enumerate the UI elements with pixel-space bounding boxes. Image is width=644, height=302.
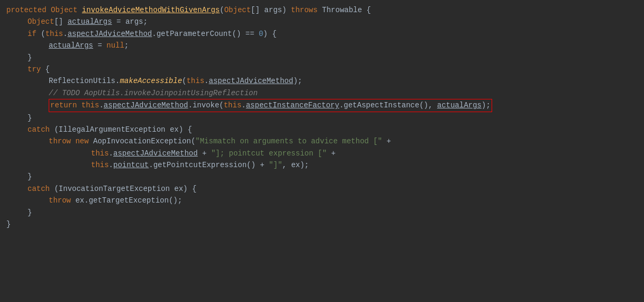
kw-null: null (106, 40, 124, 51)
paren15: ( (54, 183, 58, 195)
plus2-space (198, 148, 202, 159)
paren7: ( (219, 101, 223, 109)
semi2: ; (124, 40, 129, 51)
dot4: . (204, 75, 208, 87)
kw-throw2: throw (49, 195, 75, 206)
kw-this1: this (46, 28, 64, 40)
kw-catch1: catch (28, 124, 54, 135)
method-makeaccessible: makeAccessible (120, 75, 182, 87)
paren13: () (247, 159, 260, 171)
assign: = (112, 16, 125, 28)
dot10: . (109, 159, 113, 171)
keyword-throws: throws (291, 4, 322, 16)
method-gettargetexception: getTargetException (89, 195, 169, 206)
paren6: ); (293, 75, 302, 87)
type-illegalarg: IllegalArgumentException (59, 124, 170, 135)
code-line-7: ReflectionUtils.makeAccessible(this.aspe… (0, 75, 644, 87)
paren10: ( (54, 124, 58, 135)
assign2: = (93, 40, 106, 51)
code-line-13: this.aspectJAdviceMethod + "]; pointcut … (0, 148, 644, 159)
field-aspectjadvice2: aspectJAdviceMethod (208, 75, 293, 87)
brace2: } (28, 52, 32, 63)
var-ex2: ex (174, 183, 183, 195)
paren4: ) { (263, 28, 276, 40)
method-getaspectinstance: getAspectInstance (344, 101, 420, 109)
keyword-protected: protected (6, 4, 51, 16)
code-line-11: catch (IllegalArgumentException ex) { (0, 124, 644, 135)
code-line-16: catch (InvocationTargetException ex) { (0, 183, 644, 195)
dot8: . (339, 101, 343, 109)
dot12: . (84, 195, 88, 206)
paren5: ( (182, 75, 186, 87)
op-plus3: + (331, 148, 335, 159)
param-type-1: Object (224, 4, 251, 16)
str-bracket-close: "]" (269, 159, 282, 171)
code-line-1: protected Object invokeAdviceMethodWithG… (0, 4, 644, 16)
brace4: } (28, 112, 32, 124)
code-line-12: throw new AopInvocationException("Mismat… (0, 135, 644, 147)
brace5: } (28, 171, 32, 182)
kw-new1: new (75, 135, 93, 147)
code-line-8: // TODO AopUtils.invokeJoinpointUsingRef… (0, 87, 644, 99)
var-actualargs: actualArgs (68, 16, 112, 28)
class-aopinvexception: AopInvocationException (93, 135, 191, 147)
brace6: } (28, 207, 32, 218)
code-line-14: this.pointcut.getPointcutExpression() + … (0, 159, 644, 171)
code-line-3: if (this.aspectJAdviceMethod.getParamete… (0, 28, 644, 40)
op-eq: == (246, 28, 259, 40)
var-ex3: ex (75, 195, 84, 206)
field-pointcut: pointcut (113, 159, 149, 171)
param-args: args (264, 4, 282, 16)
op-plus1: + (387, 135, 391, 147)
method-invoke: invokeAdviceMethodWithGivenArgs (82, 4, 220, 16)
paren14: ); (300, 159, 309, 171)
field-aspectjadvice4: aspectJAdviceMethod (113, 148, 198, 159)
field-aspectjadvice3: aspectJAdviceMethod (104, 101, 188, 109)
str-pointcut2: pointcut expression [" (224, 148, 331, 159)
method-getparamcount: getParameterCount (157, 28, 232, 40)
code-line-6: try { (0, 63, 644, 75)
code-line-5: } (0, 52, 644, 63)
code-line-4: actualArgs = null; (0, 40, 644, 51)
dot11: . (149, 159, 153, 171)
dot1: . (63, 28, 67, 40)
field-aspectjadvice: aspectJAdviceMethod (68, 28, 152, 40)
kw-this3: this (81, 101, 99, 109)
dot5: . (99, 101, 103, 109)
paren17: (); (169, 195, 182, 206)
field-aspectinstancefactory: aspectInstanceFactory (246, 101, 339, 109)
comma1: , (282, 159, 291, 171)
code-line-9: return this.aspectJAdviceMethod.invoke(t… (0, 99, 644, 112)
method-invoke: invoke (193, 101, 219, 109)
highlighted-return-line: return this.aspectJAdviceMethod.invoke(t… (49, 99, 492, 112)
class-reflectionutils: ReflectionUtils (49, 75, 115, 87)
code-line-15: } (0, 171, 644, 182)
kw-catch2: catch (28, 183, 54, 195)
comment-todo: // TODO AopUtils.invokeJoinpointUsingRef… (49, 87, 258, 99)
bracket: [] (251, 4, 264, 16)
paren16: ) { (183, 183, 196, 195)
dot9: . (109, 148, 113, 159)
kw-this6: this (91, 159, 109, 171)
paren8: (), (419, 101, 437, 109)
code-line-19: } (0, 218, 644, 230)
paren-close: ) (282, 4, 291, 16)
num-0: 0 (259, 28, 263, 40)
paren12: ( (191, 135, 195, 147)
brace7: } (6, 218, 11, 230)
str-pointcut: "]; (211, 148, 224, 159)
brace-open: { (367, 4, 371, 16)
code-line-17: throw ex.getTargetException(); (0, 195, 644, 206)
code-line-2: Object[] actualArgs = args; (0, 16, 644, 28)
paren11: ) { (179, 124, 192, 135)
var-ex1b: ex (291, 159, 300, 171)
dot3: . (115, 75, 120, 87)
kw-if: if (28, 28, 41, 40)
dot7: . (241, 101, 246, 109)
code-editor: protected Object invokeAdviceMethodWithG… (0, 0, 644, 302)
var-ex1: ex (170, 124, 179, 135)
type-throwable: Throwable (322, 4, 367, 16)
str-mismatch: "Mismatch on arguments to advice method … (195, 135, 386, 147)
kw-try: try (28, 63, 46, 75)
brace3: { (46, 63, 50, 75)
